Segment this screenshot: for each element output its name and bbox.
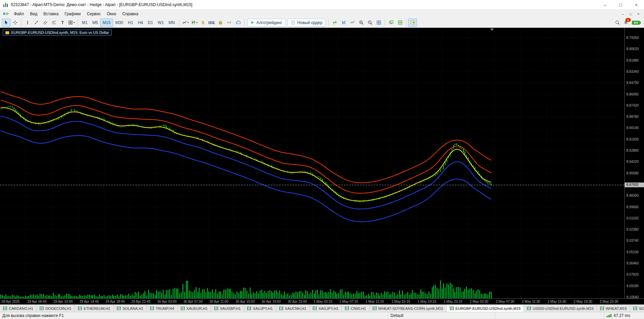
chart-tab-10[interactable]: CN50,H1 bbox=[342, 305, 369, 312]
data-window-button[interactable] bbox=[348, 19, 357, 27]
chart-tab-2[interactable]: ETHEREUM,H1 bbox=[75, 305, 114, 312]
crosshair-tool-button[interactable] bbox=[10, 19, 19, 27]
price-tick-14: 8.98300 bbox=[626, 194, 639, 197]
cloud-button[interactable] bbox=[234, 19, 243, 27]
depth-arrows-button[interactable] bbox=[330, 19, 339, 27]
timeframe-button-h1[interactable]: H1 bbox=[126, 19, 135, 27]
time-label-7: 30 Apr 07:00 bbox=[183, 300, 203, 303]
chart-tab-label: CN50,H1 bbox=[351, 306, 366, 311]
menu-item-4[interactable]: Сервис bbox=[84, 10, 104, 17]
price-tick-19: 9.05100 bbox=[626, 250, 639, 254]
chart-tab-13[interactable]: US500-USDInd-EURUSD.synth,M15 bbox=[524, 305, 597, 312]
chart-tab-bar: CARDANO,H1DOGECOIN,H1ETHEREUM,H1SOLANA,H… bbox=[0, 304, 644, 312]
price-scale[interactable]: 8.792608.806208.819808.833408.847008.860… bbox=[624, 28, 644, 298]
time-scale[interactable]: 28 Apr 202529 Apr 06:4529 Apr 10:4529 Ap… bbox=[0, 298, 644, 304]
text-tool-button[interactable]: T bbox=[58, 19, 67, 27]
line-chart-icon bbox=[182, 20, 187, 25]
mdi-restore-button[interactable]: □ bbox=[627, 11, 635, 17]
chart-tab-14[interactable]: WHEAT,M15 bbox=[597, 305, 630, 312]
timeframe-button-m1[interactable]: M1 bbox=[80, 19, 90, 27]
price-tick-5: 8.86060 bbox=[626, 92, 639, 96]
algo-trading-button[interactable]: Алготрейдинг bbox=[247, 19, 286, 27]
search-button[interactable] bbox=[615, 20, 620, 25]
signals-button[interactable] bbox=[225, 19, 234, 27]
timeframe-button-d1[interactable]: D1 bbox=[146, 19, 155, 27]
menu-item-2[interactable]: Вставка bbox=[40, 10, 62, 17]
indicators-dropdown-button[interactable]: ▾ bbox=[190, 19, 199, 27]
timeframe-button-m15[interactable]: M15 bbox=[100, 19, 113, 27]
minimize-button[interactable]: – bbox=[597, 0, 613, 9]
timeframe-button-m30[interactable]: M30 bbox=[113, 19, 126, 27]
zoom-out-button[interactable] bbox=[365, 19, 374, 27]
connection-status-icon[interactable] bbox=[632, 21, 640, 25]
chart-tab-label: SOLANA,H1 bbox=[123, 306, 143, 311]
chart-tab-icon bbox=[279, 306, 283, 310]
chevron-down-icon: ▾ bbox=[73, 21, 75, 24]
chart-tab-11[interactable]: WHEAT-SOYBEANS-CORN.synth,M15 bbox=[370, 305, 447, 312]
status-profile-panel[interactable]: Default bbox=[388, 312, 495, 319]
chart-tab-12[interactable]: EURGBP-EURUSD-USDInd.synth,M15 bbox=[447, 305, 524, 312]
chart-tab-label: CARDANO,H1 bbox=[9, 306, 33, 311]
close-button[interactable]: × bbox=[628, 0, 644, 9]
toolbar-separator bbox=[244, 19, 245, 26]
chart-tab-9[interactable]: XAGJPY,H1 bbox=[310, 305, 342, 312]
chart-tab-1[interactable]: DOGECOIN,H1 bbox=[37, 305, 75, 312]
tile-horizontal-button[interactable] bbox=[396, 19, 404, 27]
symbols-button[interactable]: $ bbox=[199, 19, 207, 27]
trendline-tool-button[interactable] bbox=[32, 19, 41, 27]
menu-item-1[interactable]: Вид bbox=[27, 10, 41, 17]
search-icon bbox=[615, 20, 620, 25]
lock-button[interactable] bbox=[216, 19, 225, 27]
zoom-in-icon bbox=[359, 20, 364, 25]
fibonacci-tool-button[interactable] bbox=[49, 19, 58, 27]
chart-tab-0[interactable]: CARDANO,H1 bbox=[0, 305, 37, 312]
menu-item-0[interactable]: Файл bbox=[11, 10, 27, 17]
dollar-icon: $ bbox=[202, 20, 204, 25]
chart-plot bbox=[0, 28, 624, 298]
vertical-line-tool-button[interactable] bbox=[23, 19, 32, 27]
menu-item-3[interactable]: Графики bbox=[62, 10, 84, 17]
chart-tab-6[interactable]: XAUGBP,H1 bbox=[211, 305, 244, 312]
mdi-minimize-button[interactable]: – bbox=[619, 11, 627, 17]
chart-tab-3[interactable]: SOLANA,H1 bbox=[114, 305, 147, 312]
chart-window: EURGBP-EURUSD-USDInd.synth, M15: Euro vs… bbox=[0, 28, 644, 298]
chart-type-dropdown-button[interactable]: ▾ bbox=[181, 19, 190, 27]
chart-tab-15[interactable]: SOYBEAN,H1 bbox=[630, 305, 644, 312]
price-tick-12: 8.95580 bbox=[626, 171, 639, 175]
chart-tab-5[interactable]: XAUEUR,H1 bbox=[178, 305, 211, 312]
chart-tab-7[interactable]: XAUJPY,H1 bbox=[244, 305, 276, 312]
cascade-windows-button[interactable] bbox=[387, 19, 396, 27]
timeframe-button-m5[interactable]: M5 bbox=[90, 19, 101, 27]
chart-canvas[interactable]: EURGBP-EURUSD-USDInd.synth, M15: Euro vs… bbox=[0, 28, 624, 298]
zoom-in-button[interactable] bbox=[357, 19, 365, 27]
ide-button[interactable]: IDE bbox=[207, 19, 216, 27]
objects-dropdown-button[interactable]: ▾ bbox=[67, 19, 76, 27]
timeframe-button-mn[interactable]: MN bbox=[166, 19, 177, 27]
tile-windows-button[interactable] bbox=[374, 19, 383, 27]
cursor-tool-button[interactable] bbox=[2, 19, 10, 27]
equidistant-channel-tool-button[interactable] bbox=[41, 19, 49, 27]
notification-badge: 1 bbox=[625, 18, 631, 22]
status-connection-panel[interactable]: 47.27 ms bbox=[604, 312, 644, 319]
toggle-panels-button[interactable] bbox=[408, 19, 417, 27]
price-tick-9: 8.91500 bbox=[626, 137, 639, 141]
new-order-button[interactable]: Новый ордер bbox=[288, 19, 326, 27]
chart-tab-icon bbox=[40, 306, 44, 310]
menu-item-6[interactable]: Справка bbox=[119, 10, 141, 17]
menu-item-5[interactable]: Окно bbox=[104, 10, 119, 17]
chart-tab-icon bbox=[633, 306, 637, 310]
price-tick-20: 9.06460 bbox=[626, 261, 639, 265]
chart-tab-label: TRUMP,H4 bbox=[156, 306, 174, 311]
notifications-button[interactable]: 1 bbox=[623, 20, 628, 25]
time-label-11: 30 Apr 23:00 bbox=[288, 300, 307, 303]
timeframe-button-h4[interactable]: H4 bbox=[135, 19, 145, 27]
chart-tab-8[interactable]: XAUCNH,H1 bbox=[276, 305, 310, 312]
menubar: ФайлВидВставкаГрафикиСервисОкноСправка –… bbox=[0, 10, 644, 18]
timeframe-button-w1[interactable]: W1 bbox=[155, 19, 166, 27]
maximize-button[interactable]: □ bbox=[613, 0, 628, 9]
chart-tab-icon bbox=[150, 306, 154, 310]
market-depth-button[interactable] bbox=[339, 19, 348, 27]
chart-tab-4[interactable]: TRUMP,H4 bbox=[147, 305, 178, 312]
crosshair-icon bbox=[13, 20, 18, 25]
mdi-close-button[interactable]: × bbox=[635, 11, 642, 17]
